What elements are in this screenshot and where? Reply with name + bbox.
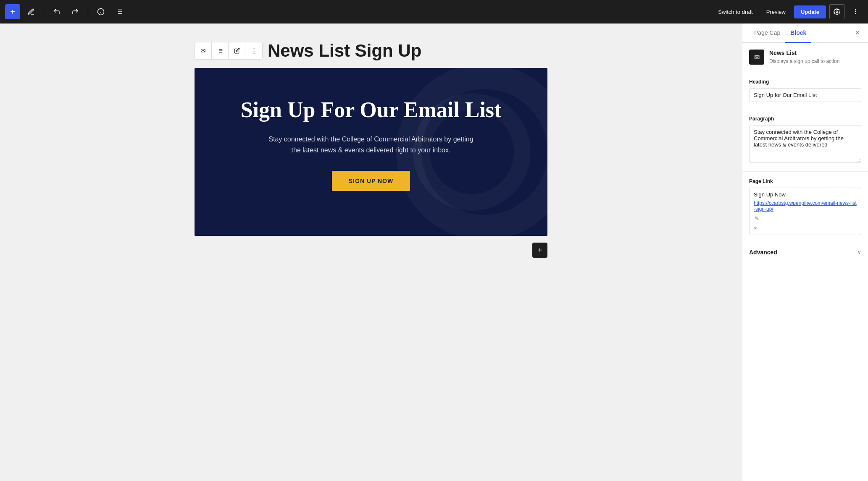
- advanced-toggle-button[interactable]: Advanced ∨: [749, 249, 861, 256]
- editor-area: ✉ ⋮ News List Sign Up: [0, 24, 742, 481]
- info-button[interactable]: [93, 4, 108, 19]
- topbar: + Switch to dra: [0, 0, 868, 24]
- page-link-top: Sign Up Now https://ccarbstg.wpengine.co…: [754, 191, 857, 222]
- main-layout: ✉ ⋮ News List Sign Up: [0, 24, 868, 481]
- svg-point-10: [855, 10, 855, 10]
- editor-content: ✉ ⋮ News List Sign Up: [195, 40, 547, 258]
- block-name: News List: [769, 50, 839, 56]
- page-link-field-group: Page Link Sign Up Now https://ccarbstg.w…: [742, 172, 868, 242]
- svg-point-9: [836, 11, 838, 13]
- page-link-box: Sign Up Now https://ccarbstg.wpengine.co…: [749, 188, 861, 235]
- update-button[interactable]: Update: [794, 5, 826, 18]
- block-title-area: ✉ ⋮ News List Sign Up: [195, 40, 547, 61]
- paragraph-field-group: Paragraph Stay connected with the Colleg…: [742, 109, 868, 172]
- page-link-url[interactable]: https://ccarbstg.wpengine.com/email-news…: [754, 200, 857, 212]
- page-link-text: Sign Up Now: [754, 191, 786, 198]
- banner-paragraph: Stay connected with the College of Comme…: [266, 134, 476, 155]
- page-link-remove-row: ×: [754, 225, 857, 231]
- heading-field-group: Heading: [742, 72, 868, 109]
- settings-button[interactable]: [829, 4, 844, 19]
- banner-cta-button[interactable]: SIGN UP NOW: [332, 171, 410, 191]
- sidebar: Page Cap Block × ✉ News List Displays a …: [742, 24, 868, 481]
- redo-button[interactable]: [68, 4, 83, 19]
- sidebar-tabs: Page Cap Block ×: [742, 24, 868, 43]
- heading-label: Heading: [749, 79, 861, 85]
- sidebar-close-button[interactable]: ×: [853, 27, 861, 39]
- add-block-row: +: [195, 243, 547, 258]
- block-toolbar-email-icon[interactable]: ✉: [195, 42, 212, 59]
- page-link-label: Page Link: [749, 178, 861, 184]
- block-toolbar-edit-icon[interactable]: [229, 42, 245, 59]
- add-block-bottom-button[interactable]: +: [532, 243, 547, 258]
- svg-point-11: [855, 11, 855, 12]
- tools-icon-button[interactable]: [24, 4, 39, 19]
- more-options-button[interactable]: [848, 4, 863, 19]
- tab-page-cap[interactable]: Page Cap: [749, 24, 785, 43]
- preview-button[interactable]: Preview: [761, 6, 791, 18]
- advanced-chevron-icon: ∨: [857, 249, 861, 255]
- undo-button[interactable]: [49, 4, 64, 19]
- block-icon: ✉: [749, 50, 764, 65]
- advanced-label: Advanced: [749, 249, 777, 256]
- svg-point-12: [855, 13, 855, 14]
- topbar-left: +: [5, 4, 710, 19]
- block-inline-toolbar: ✉ ⋮: [195, 42, 263, 60]
- heading-input[interactable]: [749, 88, 861, 102]
- paragraph-textarea[interactable]: Stay connected with the College of Comme…: [749, 125, 861, 163]
- block-toolbar-list-icon[interactable]: [212, 42, 229, 59]
- signup-banner: Sign Up For Our Email List Stay connecte…: [195, 68, 547, 236]
- block-info-section: ✉ News List Displays a sign up call to a…: [742, 43, 868, 72]
- paragraph-label: Paragraph: [749, 116, 861, 122]
- page-link-remove-button[interactable]: ×: [754, 225, 757, 231]
- page-link-edit-button[interactable]: ✎: [754, 214, 760, 222]
- topbar-divider-1: [44, 7, 44, 17]
- switch-to-draft-button[interactable]: Switch to draft: [713, 6, 758, 18]
- remove-icon: ×: [754, 225, 757, 231]
- topbar-right: Switch to draft Preview Update: [713, 4, 863, 19]
- block-description: Displays a sign up call to action: [769, 58, 839, 65]
- topbar-divider-2: [88, 7, 88, 17]
- tab-block[interactable]: Block: [785, 24, 811, 43]
- add-block-button[interactable]: +: [5, 4, 20, 19]
- block-info-text: News List Displays a sign up call to act…: [769, 50, 839, 65]
- page-title: News List Sign Up: [268, 40, 421, 61]
- block-toolbar-more-icon[interactable]: ⋮: [245, 42, 262, 59]
- list-view-button[interactable]: [112, 4, 127, 19]
- banner-heading: Sign Up For Our Email List: [241, 97, 502, 122]
- advanced-section: Advanced ∨: [742, 242, 868, 262]
